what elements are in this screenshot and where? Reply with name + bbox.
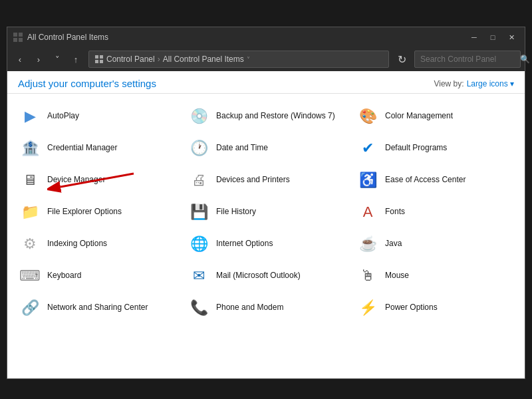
item-icon: ⌨ — [19, 265, 41, 287]
item-label: Indexing Options — [47, 239, 107, 249]
item-label: File History — [216, 207, 256, 217]
item-label: Color Management — [385, 111, 453, 122]
up-button[interactable]: ↑ — [67, 51, 84, 68]
grid-item-date-and-time[interactable]: 🕐Date and Time — [182, 132, 350, 164]
grid-item-mouse[interactable]: 🖱Mouse — [350, 260, 519, 292]
item-icon: ✔ — [357, 138, 378, 159]
content-header: Adjust your computer's settings View by:… — [7, 71, 525, 94]
grid-item-file-explorer-options[interactable]: 📁File Explorer Options — [13, 196, 182, 228]
maximize-button[interactable]: □ — [485, 31, 501, 44]
recent-button[interactable]: ˅ — [49, 51, 66, 68]
grid-item-fonts[interactable]: AFonts — [350, 196, 519, 228]
item-icon: ☕ — [357, 233, 378, 255]
minimize-button[interactable]: ─ — [466, 31, 482, 44]
item-icon: 📞 — [188, 297, 209, 319]
item-label: Power Options — [385, 303, 438, 313]
item-icon: ▶ — [19, 106, 41, 127]
grid-item-network-and-sharing-center[interactable]: 🔗Network and Sharing Center — [13, 292, 182, 324]
svg-rect-1 — [19, 33, 23, 37]
item-icon: 🖨 — [188, 170, 209, 191]
navigation-bar: ‹ › ˅ ↑ Control Panel › All Control Pane… — [7, 47, 525, 71]
address-icon — [94, 55, 104, 64]
item-icon: 🏦 — [19, 138, 41, 159]
item-icon: 🎨 — [357, 106, 378, 127]
page-title: Adjust your computer's settings — [18, 78, 156, 89]
svg-rect-4 — [95, 55, 98, 59]
item-label: Device Manager — [47, 175, 105, 186]
grid-item-mail-microsoft-outlook[interactable]: ✉Mail (Microsoft Outlook) — [182, 260, 350, 292]
item-label: Phone and Modem — [216, 303, 283, 313]
grid-item-autoplay[interactable]: ▶AutoPlay — [13, 100, 182, 132]
forward-button[interactable]: › — [30, 51, 47, 68]
grid-item-java[interactable]: ☕Java — [350, 228, 519, 260]
window-controls: ─ □ ✕ — [466, 31, 519, 44]
item-icon: 🖥 — [19, 170, 41, 191]
close-button[interactable]: ✕ — [503, 31, 519, 44]
address-part1: Control Panel — [106, 55, 155, 64]
grid-item-indexing-options[interactable]: ⚙Indexing Options — [13, 228, 182, 260]
address-part2: All Control Panel Items — [163, 55, 244, 64]
grid-item-default-programs[interactable]: ✔Default Programs — [350, 132, 519, 164]
item-icon: ✉ — [188, 265, 209, 287]
svg-rect-3 — [19, 38, 23, 42]
item-icon: A — [357, 201, 378, 223]
item-icon: 🌐 — [188, 233, 209, 255]
item-label: Keyboard — [47, 271, 81, 281]
item-label: Network and Sharing Center — [47, 303, 148, 313]
svg-rect-2 — [13, 38, 17, 42]
item-icon: 🕐 — [188, 138, 209, 159]
item-label: Date and Time — [216, 143, 268, 154]
item-label: AutoPlay — [47, 111, 79, 122]
grid-item-file-history[interactable]: 💾File History — [182, 196, 350, 228]
address-bar[interactable]: Control Panel › All Control Panel Items … — [88, 51, 389, 68]
grid-item-device-manager[interactable]: 🖥Device Manager — [13, 164, 182, 196]
svg-rect-7 — [100, 60, 103, 63]
search-box[interactable]: 🔍 — [414, 51, 521, 68]
items-grid: ▶AutoPlay💿Backup and Restore (Windows 7)… — [7, 94, 525, 331]
grid-item-devices-and-printers[interactable]: 🖨Devices and Printers — [182, 164, 350, 196]
refresh-button[interactable]: ↻ — [393, 51, 410, 68]
item-label: Java — [385, 239, 402, 249]
svg-rect-6 — [95, 60, 98, 63]
item-icon: ⚙ — [19, 233, 41, 255]
item-label: Credential Manager — [47, 143, 117, 154]
address-dropdown-icon[interactable]: ˅ — [247, 56, 250, 63]
item-icon: 🖱 — [357, 265, 378, 287]
item-label: Mouse — [385, 271, 409, 281]
window-title: All Control Panel Items — [27, 33, 466, 42]
grid-item-ease-of-access-center[interactable]: ♿Ease of Access Center — [350, 164, 519, 196]
grid-item-phone-and-modem[interactable]: 📞Phone and Modem — [182, 292, 350, 324]
item-label: File Explorer Options — [47, 207, 122, 217]
grid-item-backup-and-restore-windows-7[interactable]: 💿Backup and Restore (Windows 7) — [182, 100, 350, 132]
grid-item-keyboard[interactable]: ⌨Keyboard — [13, 260, 182, 292]
item-icon: 💾 — [188, 201, 209, 223]
item-icon: 📁 — [19, 201, 41, 223]
item-label: Backup and Restore (Windows 7) — [216, 111, 335, 122]
back-button[interactable]: ‹ — [11, 51, 29, 68]
grid-item-internet-options[interactable]: 🌐Internet Options — [182, 228, 350, 260]
svg-rect-0 — [13, 33, 17, 37]
grid-item-power-options[interactable]: ⚡Power Options — [350, 292, 519, 324]
svg-rect-5 — [100, 55, 103, 59]
item-label: Devices and Printers — [216, 175, 290, 186]
item-label: Ease of Access Center — [385, 175, 466, 186]
item-icon: 🔗 — [19, 297, 41, 319]
item-label: Internet Options — [216, 239, 273, 249]
window-icon — [13, 32, 23, 43]
item-label: Default Programs — [385, 143, 447, 154]
item-label: Fonts — [385, 207, 405, 217]
item-icon: 💿 — [188, 106, 209, 127]
item-icon: ♿ — [357, 170, 378, 191]
item-icon: ⚡ — [357, 297, 378, 319]
view-by-label: View by: — [434, 79, 464, 88]
search-input[interactable] — [420, 55, 520, 64]
address-sep1: › — [158, 55, 160, 64]
search-icon: 🔍 — [520, 55, 530, 64]
grid-item-credential-manager[interactable]: 🏦Credential Manager — [13, 132, 182, 164]
content-area: Adjust your computer's settings View by:… — [7, 71, 525, 378]
item-label: Mail (Microsoft Outlook) — [216, 271, 301, 281]
title-bar: All Control Panel Items ─ □ ✕ — [7, 27, 525, 47]
view-by-value[interactable]: Large icons ▾ — [467, 79, 514, 88]
view-by-control: View by: Large icons ▾ — [434, 79, 514, 88]
grid-item-color-management[interactable]: 🎨Color Management — [350, 100, 519, 132]
